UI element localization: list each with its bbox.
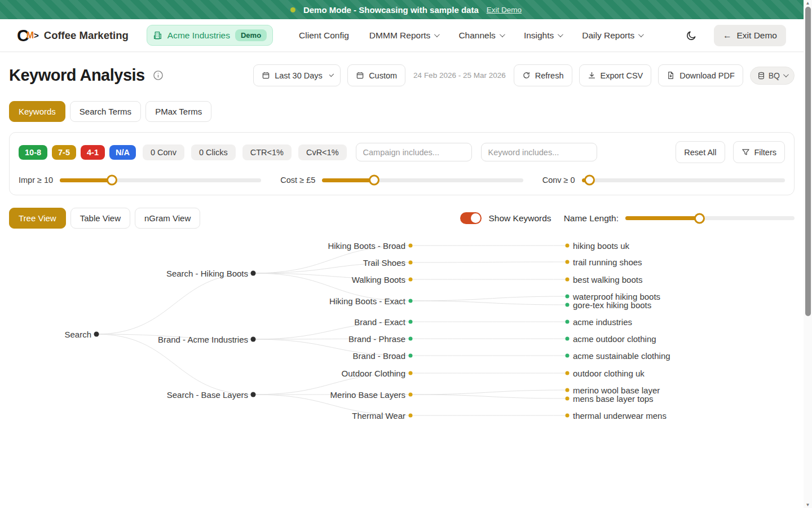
- tab-ngram-view[interactable]: nGram View: [135, 208, 200, 229]
- tab-table-view[interactable]: Table View: [70, 208, 130, 229]
- score-badge-na[interactable]: N/A: [109, 145, 136, 160]
- scrollbar-down-arrow[interactable]: ▼: [804, 502, 812, 507]
- show-keywords-toggle[interactable]: [460, 212, 482, 224]
- tree-node-label[interactable]: Hiking Boots - Exact: [329, 296, 405, 306]
- tree-node-dot[interactable]: [251, 337, 256, 342]
- view-tabs: Tree View Table View nGram View: [9, 208, 200, 229]
- vertical-scrollbar[interactable]: ▲ ▼: [804, 0, 812, 508]
- date-preset-select[interactable]: Last 30 Days: [253, 64, 341, 86]
- tree-node-dot[interactable]: [566, 371, 570, 375]
- tree-node-label[interactable]: Hiking Boots - Broad: [328, 241, 405, 251]
- tree-node-label[interactable]: Brand - Phrase: [348, 334, 405, 344]
- tree-node-label[interactable]: Walking Boots: [352, 275, 405, 284]
- tree-node-label[interactable]: Search: [64, 330, 91, 339]
- tree-node-dot[interactable]: [566, 260, 570, 264]
- export-csv-button[interactable]: Export CSV: [579, 64, 652, 86]
- tree-node-dot[interactable]: [409, 393, 413, 397]
- tree-node-dot[interactable]: [409, 261, 413, 265]
- tree-node-dot[interactable]: [409, 414, 413, 418]
- filter-0-clicks[interactable]: 0 Clicks: [191, 144, 236, 160]
- tree-node-label[interactable]: Brand - Exact: [354, 317, 405, 327]
- score-badge-7-5[interactable]: 7-5: [52, 145, 76, 160]
- keyword-includes-input[interactable]: [481, 143, 597, 161]
- slider-handle[interactable]: [107, 175, 117, 186]
- tree-node-label[interactable]: acme outdoor clothing: [573, 334, 656, 344]
- tree-node-dot[interactable]: [566, 278, 570, 282]
- tree-node-dot[interactable]: [566, 354, 570, 358]
- nav-daily-reports[interactable]: Daily Reports: [582, 30, 642, 41]
- tree-node-dot[interactable]: [409, 278, 413, 282]
- tree-node-label[interactable]: Thermal Wear: [352, 411, 405, 421]
- filter-ctr-lt-1[interactable]: CTR<1%: [242, 144, 292, 160]
- tree-node-dot[interactable]: [566, 244, 570, 248]
- campaign-includes-input[interactable]: [356, 143, 472, 161]
- tree-node-dot[interactable]: [94, 332, 99, 337]
- download-pdf-button[interactable]: Download PDF: [658, 64, 743, 86]
- tree-node-dot[interactable]: [566, 320, 570, 324]
- tree-node-dot[interactable]: [566, 295, 570, 299]
- nav-client-config[interactable]: Client Config: [299, 30, 349, 41]
- tree-node-dot[interactable]: [566, 303, 570, 307]
- tree-node-dot[interactable]: [251, 392, 256, 397]
- nav-dmmm-reports[interactable]: DMMM Reports: [369, 30, 439, 41]
- score-badge-10-8[interactable]: 10-8: [19, 145, 47, 160]
- tree-node-label[interactable]: Brand - Acme Industries: [158, 335, 248, 344]
- banner-exit-demo-link[interactable]: Exit Demo: [487, 6, 522, 14]
- score-badge-4-1[interactable]: 4-1: [81, 145, 105, 160]
- slider-handle[interactable]: [584, 175, 595, 186]
- cost-slider: Cost ≥ £5: [280, 176, 523, 185]
- tree-node-dot[interactable]: [409, 299, 413, 303]
- tree-node-label[interactable]: acme industries: [573, 317, 632, 327]
- custom-date-button[interactable]: Custom: [347, 64, 405, 86]
- tree-node-label[interactable]: mens base layer tops: [573, 394, 654, 404]
- scrollbar-thumb[interactable]: [805, 7, 811, 316]
- tree-node-dot[interactable]: [409, 337, 413, 341]
- chevron-down-icon: [434, 32, 440, 37]
- tree-node-dot[interactable]: [409, 244, 413, 248]
- tree-node-dot[interactable]: [566, 388, 570, 392]
- filter-panel: 10-8 7-5 4-1 N/A 0 Conv 0 Clicks CTR<1% …: [9, 132, 795, 195]
- filter-cvr-lt-1[interactable]: CvR<1%: [298, 144, 347, 160]
- tree-node-label[interactable]: Search - Hiking Boots: [166, 269, 248, 278]
- tree-node-label[interactable]: trail running shoes: [573, 257, 642, 267]
- slider-handle[interactable]: [369, 175, 379, 186]
- tab-keywords[interactable]: Keywords: [9, 101, 65, 122]
- tree-node-label[interactable]: thermal underwear mens: [573, 411, 667, 421]
- dark-mode-toggle[interactable]: [686, 30, 697, 41]
- client-selector-chip[interactable]: Acme Industries Demo: [147, 25, 273, 46]
- building-icon: [153, 30, 162, 40]
- filter-0-conv[interactable]: 0 Conv: [143, 144, 184, 160]
- tree-node-dot[interactable]: [566, 397, 570, 401]
- tree-node-label[interactable]: hiking boots uk: [573, 241, 629, 251]
- scrollbar-up-arrow[interactable]: ▲: [804, 1, 812, 6]
- tree-node-label[interactable]: Outdoor Clothing: [342, 369, 405, 378]
- tree-node-label[interactable]: outdoor clothing uk: [573, 369, 645, 378]
- slider-handle[interactable]: [694, 213, 705, 224]
- name-length-slider[interactable]: [625, 216, 795, 220]
- exit-demo-button[interactable]: ← Exit Demo: [714, 25, 786, 46]
- bq-source-select[interactable]: BQ: [750, 67, 795, 85]
- tree-node-dot[interactable]: [409, 320, 413, 324]
- tree-node-label[interactable]: best walking boots: [573, 275, 642, 284]
- nav-insights[interactable]: Insights: [524, 30, 562, 41]
- filters-button[interactable]: Filters: [733, 141, 785, 163]
- tree-node-dot[interactable]: [409, 371, 413, 375]
- tree-node-label[interactable]: Search - Base Layers: [167, 390, 248, 400]
- tab-tree-view[interactable]: Tree View: [9, 208, 66, 229]
- tree-node-label[interactable]: Merino Base Layers: [330, 390, 405, 400]
- tree-node-label[interactable]: gore-tex hiking boots: [573, 300, 651, 310]
- show-keywords-label: Show Keywords: [488, 213, 551, 224]
- tab-search-terms[interactable]: Search Terms: [70, 101, 141, 122]
- tree-node-dot[interactable]: [409, 354, 413, 358]
- refresh-button[interactable]: Refresh: [514, 64, 572, 86]
- tree-node-label[interactable]: acme sustainable clothing: [573, 351, 670, 361]
- tab-pmax-terms[interactable]: PMax Terms: [145, 101, 211, 122]
- reset-all-button[interactable]: Reset All: [676, 141, 725, 163]
- nav-channels[interactable]: Channels: [458, 30, 504, 41]
- tree-node-label[interactable]: Brand - Broad: [353, 351, 405, 361]
- tree-node-label[interactable]: Trail Shoes: [363, 258, 405, 268]
- tree-node-dot[interactable]: [566, 337, 570, 341]
- tree-node-dot[interactable]: [251, 271, 256, 276]
- info-icon[interactable]: [153, 70, 164, 81]
- tree-node-dot[interactable]: [566, 414, 570, 418]
